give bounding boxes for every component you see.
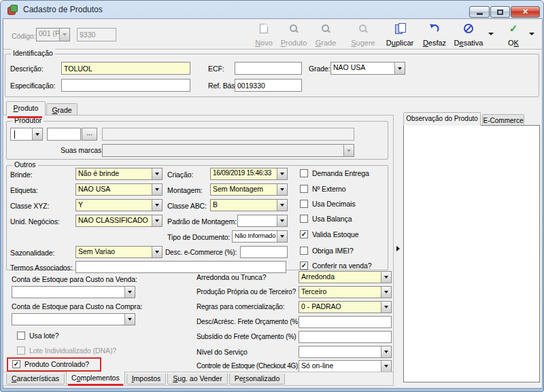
window: Cadastro de Produtos ✕ Código: 001 (Pl N… bbox=[0, 0, 544, 392]
especificacao-input[interactable] bbox=[61, 79, 190, 92]
unid-negocios-select[interactable]: NAO CLASSIFICADO bbox=[75, 215, 163, 227]
title-bar: Cadastro de Produtos ✕ bbox=[1, 1, 543, 18]
criacao-select[interactable]: 16/09/2019 15:46:33 bbox=[210, 168, 288, 180]
conta-venda-label: Conta de Estoque para Custo na Venda: bbox=[12, 275, 137, 283]
ref-basica-input[interactable] bbox=[235, 79, 302, 92]
ecf-input[interactable] bbox=[235, 62, 302, 75]
tab-personalizado[interactable]: Personalizado bbox=[229, 374, 286, 385]
desativa-button[interactable]: Desativa bbox=[451, 22, 486, 47]
grade-select[interactable]: NAO USA bbox=[330, 62, 405, 75]
usa-balanca-checkbox[interactable] bbox=[300, 215, 308, 223]
dropdown-arrow-icon[interactable] bbox=[381, 346, 391, 357]
classe-abc-select[interactable]: B bbox=[210, 199, 288, 211]
produtor-codigo-input[interactable] bbox=[47, 128, 81, 141]
conferir-venda-checkbox[interactable]: ✓ bbox=[300, 262, 308, 270]
duplicate-icon bbox=[395, 22, 405, 34]
conta-venda-select[interactable] bbox=[12, 286, 135, 298]
montagem-select[interactable]: Sem Montagem bbox=[210, 183, 288, 196]
usa-lote-checkbox[interactable] bbox=[17, 332, 25, 340]
tab-complementos[interactable]: Complementos bbox=[66, 372, 125, 385]
dropdown-arrow-icon[interactable] bbox=[394, 63, 405, 74]
splitter-collapse-button[interactable] bbox=[394, 240, 401, 257]
obriga-imei-checkbox-row: Obriga IMEI? bbox=[300, 247, 354, 255]
dropdown-arrow-icon bbox=[343, 145, 354, 156]
toolbar-separator-highlight bbox=[3, 50, 542, 50]
text-caret bbox=[14, 130, 15, 139]
dropdown-arrow-icon[interactable] bbox=[277, 184, 287, 195]
obriga-imei-checkbox[interactable] bbox=[300, 247, 308, 255]
desc-ecommerce-label: Desc. e-Commerce (%): bbox=[165, 249, 237, 256]
desativa-dropdown-arrow-icon[interactable] bbox=[488, 33, 494, 35]
produto-controlado-checkbox-row: ✓ Produto Controlado? bbox=[12, 360, 89, 368]
nivel-servico-select[interactable] bbox=[299, 346, 392, 358]
close-button[interactable]: ✕ bbox=[511, 6, 540, 18]
search-icon bbox=[321, 22, 330, 34]
dropdown-arrow-icon[interactable] bbox=[381, 287, 391, 298]
dropdown-arrow-icon[interactable] bbox=[152, 247, 162, 257]
novo-button: Novo bbox=[250, 22, 278, 47]
dropdown-arrow-icon[interactable] bbox=[277, 231, 287, 242]
dropdown-arrow-icon[interactable] bbox=[381, 272, 391, 283]
producao-select[interactable]: Terceiro bbox=[299, 286, 392, 298]
valida-estoque-checkbox[interactable]: ✓ bbox=[300, 230, 308, 238]
descricao-input[interactable] bbox=[61, 62, 190, 75]
tab-observacao-produto[interactable]: Observação do Produto bbox=[403, 112, 481, 126]
sazonalidade-select[interactable]: Sem Variao bbox=[75, 246, 163, 258]
tab-caracteristicas[interactable]: Características bbox=[6, 374, 65, 385]
usa-decimais-checkbox[interactable] bbox=[300, 200, 308, 208]
dropdown-arrow-icon[interactable] bbox=[32, 128, 42, 140]
ok-dropdown-arrow-icon[interactable] bbox=[529, 33, 534, 35]
regras-select[interactable]: 0 - PADRAO bbox=[299, 301, 392, 313]
dropdown-arrow-icon[interactable] bbox=[152, 215, 162, 226]
tipo-documento-select[interactable]: Não Informado bbox=[232, 230, 288, 243]
dropdown-arrow-icon[interactable] bbox=[124, 314, 135, 325]
annotation-underline-produto bbox=[7, 116, 42, 118]
criacao-label: Criação: bbox=[167, 171, 193, 179]
produto-button: Produto bbox=[278, 22, 309, 47]
etiqueta-select[interactable]: NAO USA bbox=[75, 183, 163, 196]
brinde-select[interactable]: Não é brinde bbox=[75, 168, 163, 180]
classe-xyz-select[interactable]: Y bbox=[75, 199, 163, 211]
minimize-button[interactable] bbox=[469, 6, 490, 18]
disable-icon bbox=[464, 22, 473, 34]
new-document-icon bbox=[260, 22, 268, 34]
produtor-browse-button[interactable]: ... bbox=[82, 128, 97, 141]
dropdown-arrow-icon[interactable] bbox=[381, 361, 391, 372]
close-icon: ✕ bbox=[522, 7, 528, 16]
termos-associados-input[interactable] bbox=[75, 261, 286, 273]
maximize-button[interactable] bbox=[490, 6, 510, 18]
tab-grade[interactable]: Grade bbox=[46, 103, 78, 115]
produto-controlado-checkbox[interactable]: ✓ bbox=[12, 360, 20, 368]
grade-label: Grade: bbox=[309, 65, 330, 73]
observacao-memo[interactable] bbox=[403, 125, 540, 382]
ok-button[interactable]: OK bbox=[503, 22, 524, 47]
sugere-button: Sugere bbox=[348, 22, 378, 47]
tab-sug-ao-vender[interactable]: Sug. ao Vender bbox=[167, 374, 227, 385]
dropdown-arrow-icon[interactable] bbox=[381, 302, 391, 313]
dropdown-arrow-icon[interactable] bbox=[277, 200, 287, 211]
tab-ecommerce[interactable]: E-Commerce bbox=[482, 114, 524, 126]
num-externo-checkbox[interactable] bbox=[300, 185, 308, 193]
padrao-montagem-select[interactable] bbox=[237, 215, 288, 227]
desc-frete-input[interactable] bbox=[299, 316, 392, 328]
dropdown-arrow-icon[interactable] bbox=[277, 215, 287, 226]
controle-estoque-select[interactable]: Só on-line bbox=[299, 360, 392, 372]
desfaz-button[interactable]: Desfaz bbox=[420, 22, 449, 47]
lote-dna-checkbox bbox=[17, 346, 25, 355]
dropdown-arrow-icon[interactable] bbox=[124, 287, 135, 298]
dropdown-arrow-icon[interactable] bbox=[277, 168, 287, 179]
produtor-tipo-select[interactable] bbox=[10, 128, 43, 141]
desc-ecommerce-input[interactable] bbox=[240, 246, 288, 258]
dropdown-arrow-icon[interactable] bbox=[152, 168, 162, 179]
dropdown-arrow-icon bbox=[59, 29, 69, 41]
dropdown-arrow-icon[interactable] bbox=[152, 200, 162, 211]
duplicar-button[interactable]: Duplicar bbox=[383, 22, 417, 47]
dropdown-arrow-icon[interactable] bbox=[152, 184, 162, 195]
demanda-entrega-checkbox[interactable] bbox=[300, 169, 308, 177]
arredonda-select[interactable]: Arredonda bbox=[299, 271, 392, 283]
subsidio-frete-input[interactable] bbox=[299, 331, 392, 343]
termos-associados-label: Termos Associados: bbox=[10, 264, 73, 272]
tab-impostos[interactable]: Impostos bbox=[126, 374, 167, 385]
conta-compra-select[interactable] bbox=[12, 313, 135, 325]
tab-produto[interactable]: Produto bbox=[6, 101, 46, 115]
